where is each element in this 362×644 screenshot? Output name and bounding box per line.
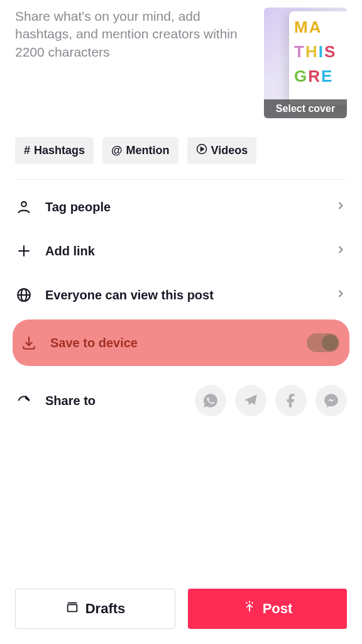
at-icon: @: [111, 144, 123, 157]
svg-marker-1: [200, 147, 204, 151]
play-circle-icon: [196, 143, 207, 158]
add-link-label: Add link: [45, 244, 322, 258]
drafts-button-label: Drafts: [85, 601, 126, 617]
messenger-icon: [323, 392, 339, 409]
add-link-row[interactable]: Add link: [15, 229, 347, 273]
hash-icon: #: [24, 144, 30, 157]
post-icon: [243, 600, 256, 618]
facebook-icon: [283, 392, 299, 409]
save-to-device-label: Save to device: [50, 336, 294, 350]
chevron-right-icon: [334, 287, 347, 303]
save-to-device-row[interactable]: Save to device: [13, 319, 349, 366]
whatsapp-icon: [202, 392, 219, 409]
share-arrow-icon: [15, 392, 33, 409]
share-messenger-button[interactable]: [315, 385, 347, 416]
person-icon: [15, 199, 33, 215]
hashtags-chip-label: Hashtags: [34, 144, 85, 157]
svg-rect-8: [67, 604, 77, 611]
tag-people-label: Tag people: [45, 200, 322, 214]
share-facebook-button[interactable]: [275, 385, 307, 416]
share-to-label: Share to: [45, 394, 182, 408]
caption-input[interactable]: Share what's on your mind, add hashtags,…: [15, 8, 254, 118]
share-whatsapp-button[interactable]: [195, 385, 226, 416]
caption-placeholder: Share what's on your mind, add hashtags,…: [15, 8, 254, 61]
save-to-device-toggle[interactable]: [307, 333, 339, 352]
privacy-row[interactable]: Everyone can view this post: [15, 273, 347, 317]
download-icon: [20, 335, 38, 351]
drafts-button[interactable]: Drafts: [15, 589, 175, 629]
privacy-label: Everyone can view this post: [45, 288, 322, 303]
svg-line-12: [251, 602, 253, 604]
globe-icon: [15, 287, 33, 303]
cover-thumbnail-image: MA THIS GRE: [289, 11, 347, 106]
share-telegram-button[interactable]: [235, 385, 266, 416]
videos-chip[interactable]: Videos: [187, 137, 257, 164]
svg-line-11: [246, 602, 247, 604]
tag-people-row[interactable]: Tag people: [15, 185, 347, 229]
mention-chip-label: Mention: [126, 144, 170, 157]
divider: [15, 179, 347, 180]
select-cover-label: Select cover: [264, 99, 347, 118]
drafts-icon: [65, 600, 79, 618]
mention-chip[interactable]: @ Mention: [102, 137, 178, 164]
telegram-icon: [243, 392, 259, 409]
share-to-row: Share to: [15, 369, 347, 430]
plus-icon: [15, 243, 33, 259]
select-cover-button[interactable]: MA THIS GRE Select cover: [264, 8, 347, 118]
chevron-right-icon: [334, 199, 347, 215]
post-button-label: Post: [263, 601, 293, 617]
hashtags-chip[interactable]: # Hashtags: [15, 137, 94, 164]
svg-point-2: [21, 202, 26, 207]
toggle-knob: [322, 335, 338, 351]
chevron-right-icon: [334, 243, 347, 259]
videos-chip-label: Videos: [211, 144, 248, 157]
post-button[interactable]: Post: [188, 589, 347, 629]
